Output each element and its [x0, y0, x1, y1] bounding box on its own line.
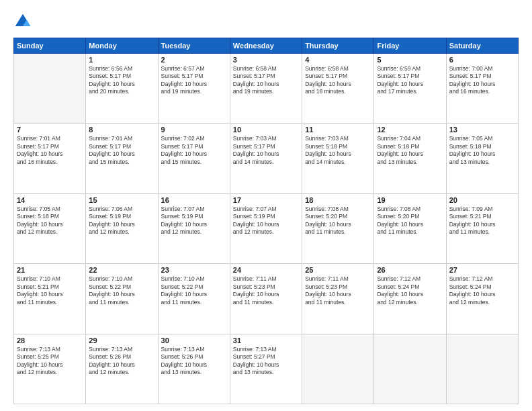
calendar-cell: 28Sunrise: 7:13 AM Sunset: 5:25 PM Dayli…: [14, 334, 86, 404]
day-info: Sunrise: 7:11 AM Sunset: 5:23 PM Dayligh…: [233, 275, 299, 306]
day-info: Sunrise: 7:13 AM Sunset: 5:26 PM Dayligh…: [89, 346, 154, 377]
day-number: 8: [89, 126, 154, 134]
calendar-day-header: Tuesday: [158, 38, 230, 54]
calendar-cell: 27Sunrise: 7:12 AM Sunset: 5:24 PM Dayli…: [446, 264, 518, 334]
calendar-cell: 2Sunrise: 6:57 AM Sunset: 5:17 PM Daylig…: [158, 54, 230, 124]
day-number: 2: [161, 56, 227, 64]
page: SundayMondayTuesdayWednesdayThursdayFrid…: [0, 0, 532, 411]
logo: [13, 12, 35, 31]
day-number: 4: [305, 56, 371, 64]
calendar-week-row: 21Sunrise: 7:10 AM Sunset: 5:21 PM Dayli…: [14, 264, 519, 334]
day-info: Sunrise: 7:13 AM Sunset: 5:27 PM Dayligh…: [233, 346, 299, 377]
calendar-cell: 30Sunrise: 7:13 AM Sunset: 5:26 PM Dayli…: [158, 334, 230, 404]
day-number: 5: [377, 56, 443, 64]
day-info: Sunrise: 7:02 AM Sunset: 5:17 PM Dayligh…: [161, 135, 227, 166]
calendar-cell: 17Sunrise: 7:07 AM Sunset: 5:19 PM Dayli…: [230, 193, 302, 263]
calendar-cell: 16Sunrise: 7:07 AM Sunset: 5:19 PM Dayli…: [158, 193, 230, 263]
day-info: Sunrise: 7:13 AM Sunset: 5:26 PM Dayligh…: [161, 346, 227, 377]
day-number: 17: [233, 196, 299, 204]
day-info: Sunrise: 6:56 AM Sunset: 5:17 PM Dayligh…: [89, 65, 154, 96]
day-info: Sunrise: 7:07 AM Sunset: 5:19 PM Dayligh…: [161, 205, 227, 236]
day-number: 9: [161, 126, 227, 134]
day-info: Sunrise: 6:58 AM Sunset: 5:17 PM Dayligh…: [233, 65, 299, 96]
calendar-cell: 24Sunrise: 7:11 AM Sunset: 5:23 PM Dayli…: [230, 264, 302, 334]
day-info: Sunrise: 7:00 AM Sunset: 5:17 PM Dayligh…: [449, 65, 515, 96]
day-number: 14: [17, 196, 83, 204]
calendar-cell: 15Sunrise: 7:06 AM Sunset: 5:19 PM Dayli…: [86, 193, 158, 263]
calendar-cell: 31Sunrise: 7:13 AM Sunset: 5:27 PM Dayli…: [230, 334, 302, 404]
day-number: 3: [233, 56, 299, 64]
day-info: Sunrise: 7:10 AM Sunset: 5:21 PM Dayligh…: [17, 275, 83, 306]
calendar-day-header: Sunday: [14, 38, 86, 54]
calendar-day-header: Thursday: [302, 38, 374, 54]
day-number: 11: [305, 126, 371, 134]
calendar-cell: 7Sunrise: 7:01 AM Sunset: 5:17 PM Daylig…: [14, 124, 86, 193]
day-number: 30: [161, 336, 227, 345]
calendar-cell: [374, 334, 446, 404]
calendar-cell: [14, 54, 86, 124]
calendar-table: SundayMondayTuesdayWednesdayThursdayFrid…: [13, 38, 519, 404]
day-number: 28: [17, 336, 83, 345]
calendar-cell: 9Sunrise: 7:02 AM Sunset: 5:17 PM Daylig…: [158, 124, 230, 193]
calendar-cell: 22Sunrise: 7:10 AM Sunset: 5:22 PM Dayli…: [86, 264, 158, 334]
day-info: Sunrise: 7:08 AM Sunset: 5:20 PM Dayligh…: [377, 205, 443, 236]
calendar-cell: [302, 334, 374, 404]
calendar-cell: 12Sunrise: 7:04 AM Sunset: 5:18 PM Dayli…: [374, 124, 446, 193]
calendar-cell: 1Sunrise: 6:56 AM Sunset: 5:17 PM Daylig…: [86, 54, 158, 124]
day-number: 27: [449, 266, 515, 274]
calendar-week-row: 7Sunrise: 7:01 AM Sunset: 5:17 PM Daylig…: [14, 124, 519, 193]
day-number: 24: [233, 266, 299, 274]
day-info: Sunrise: 7:07 AM Sunset: 5:19 PM Dayligh…: [233, 205, 299, 236]
calendar-day-header: Wednesday: [230, 38, 302, 54]
day-number: 29: [89, 336, 154, 345]
calendar-cell: 20Sunrise: 7:09 AM Sunset: 5:21 PM Dayli…: [446, 193, 518, 263]
calendar-cell: 13Sunrise: 7:05 AM Sunset: 5:18 PM Dayli…: [446, 124, 518, 193]
calendar-cell: 21Sunrise: 7:10 AM Sunset: 5:21 PM Dayli…: [14, 264, 86, 334]
day-info: Sunrise: 7:10 AM Sunset: 5:22 PM Dayligh…: [161, 275, 227, 306]
calendar-cell: 26Sunrise: 7:12 AM Sunset: 5:24 PM Dayli…: [374, 264, 446, 334]
logo-icon: [13, 12, 32, 31]
calendar-cell: 5Sunrise: 6:59 AM Sunset: 5:17 PM Daylig…: [374, 54, 446, 124]
day-info: Sunrise: 7:05 AM Sunset: 5:18 PM Dayligh…: [17, 205, 83, 236]
day-number: 21: [17, 266, 83, 274]
day-info: Sunrise: 7:06 AM Sunset: 5:19 PM Dayligh…: [89, 205, 154, 236]
day-info: Sunrise: 7:05 AM Sunset: 5:18 PM Dayligh…: [449, 135, 515, 166]
calendar-cell: 14Sunrise: 7:05 AM Sunset: 5:18 PM Dayli…: [14, 193, 86, 263]
calendar-week-row: 28Sunrise: 7:13 AM Sunset: 5:25 PM Dayli…: [14, 334, 519, 404]
calendar-cell: 29Sunrise: 7:13 AM Sunset: 5:26 PM Dayli…: [86, 334, 158, 404]
calendar-week-row: 1Sunrise: 6:56 AM Sunset: 5:17 PM Daylig…: [14, 54, 519, 124]
day-number: 19: [377, 196, 443, 204]
calendar-week-row: 14Sunrise: 7:05 AM Sunset: 5:18 PM Dayli…: [14, 193, 519, 263]
day-info: Sunrise: 7:12 AM Sunset: 5:24 PM Dayligh…: [449, 275, 515, 306]
day-number: 25: [305, 266, 371, 274]
header: [13, 12, 519, 31]
calendar-cell: [446, 334, 518, 404]
day-number: 13: [449, 126, 515, 134]
day-number: 20: [449, 196, 515, 204]
calendar-day-header: Friday: [374, 38, 446, 54]
day-info: Sunrise: 7:01 AM Sunset: 5:17 PM Dayligh…: [17, 135, 83, 166]
day-number: 16: [161, 196, 227, 204]
calendar-cell: 25Sunrise: 7:11 AM Sunset: 5:23 PM Dayli…: [302, 264, 374, 334]
day-number: 7: [17, 126, 83, 134]
day-info: Sunrise: 7:12 AM Sunset: 5:24 PM Dayligh…: [377, 275, 443, 306]
day-info: Sunrise: 7:01 AM Sunset: 5:17 PM Dayligh…: [89, 135, 154, 166]
day-info: Sunrise: 7:04 AM Sunset: 5:18 PM Dayligh…: [377, 135, 443, 166]
calendar-cell: 4Sunrise: 6:58 AM Sunset: 5:17 PM Daylig…: [302, 54, 374, 124]
day-number: 1: [89, 56, 154, 64]
day-number: 18: [305, 196, 371, 204]
calendar-cell: 3Sunrise: 6:58 AM Sunset: 5:17 PM Daylig…: [230, 54, 302, 124]
calendar-day-header: Monday: [86, 38, 158, 54]
calendar-cell: 23Sunrise: 7:10 AM Sunset: 5:22 PM Dayli…: [158, 264, 230, 334]
day-number: 26: [377, 266, 443, 274]
calendar-header-row: SundayMondayTuesdayWednesdayThursdayFrid…: [14, 38, 519, 54]
calendar-day-header: Saturday: [446, 38, 518, 54]
day-info: Sunrise: 7:08 AM Sunset: 5:20 PM Dayligh…: [305, 205, 371, 236]
day-info: Sunrise: 7:11 AM Sunset: 5:23 PM Dayligh…: [305, 275, 371, 306]
day-info: Sunrise: 7:03 AM Sunset: 5:17 PM Dayligh…: [233, 135, 299, 166]
calendar-cell: 19Sunrise: 7:08 AM Sunset: 5:20 PM Dayli…: [374, 193, 446, 263]
day-number: 12: [377, 126, 443, 134]
day-info: Sunrise: 6:58 AM Sunset: 5:17 PM Dayligh…: [305, 65, 371, 96]
day-number: 23: [161, 266, 227, 274]
day-info: Sunrise: 6:59 AM Sunset: 5:17 PM Dayligh…: [377, 65, 443, 96]
